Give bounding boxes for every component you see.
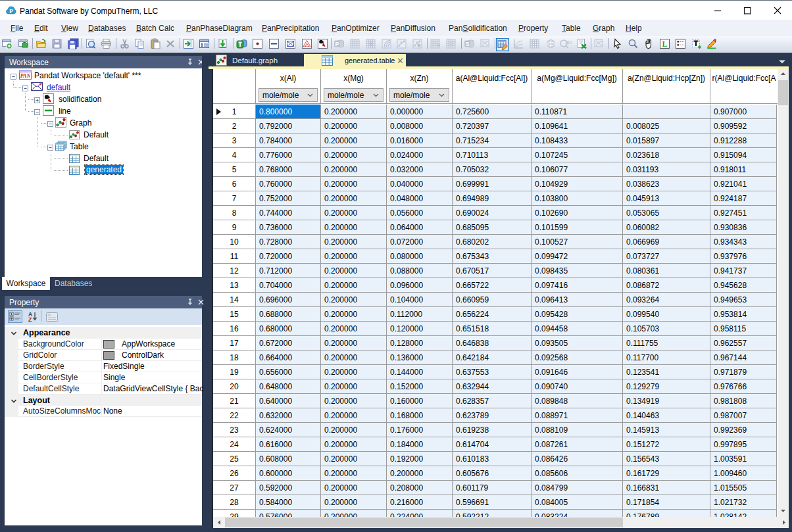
svg-text:S: S [465, 41, 469, 47]
svg-text:P: P [9, 8, 13, 14]
svg-text:P: P [335, 41, 339, 47]
svg-text:L: L [662, 39, 667, 49]
svg-text:3D: 3D [565, 39, 572, 45]
svg-text:PAN: PAN [20, 73, 32, 79]
svg-text:Z: Z [28, 316, 32, 323]
